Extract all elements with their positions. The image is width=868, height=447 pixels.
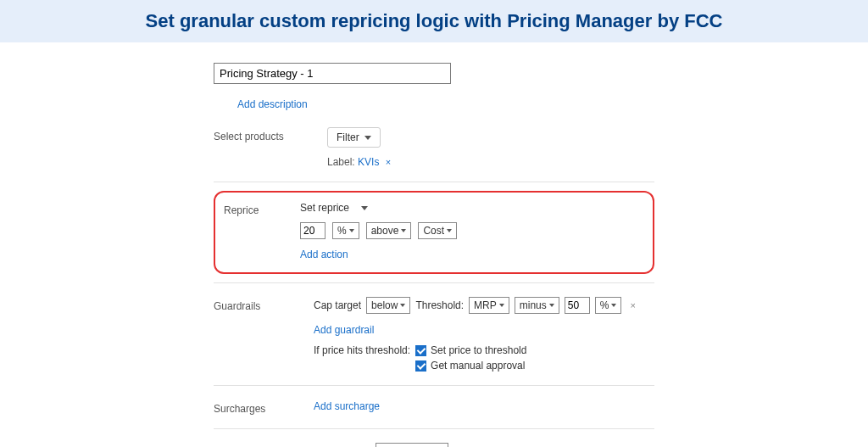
threshold-label: Threshold:: [415, 299, 464, 311]
guardrail-controls: Cap target below Threshold: MRP minus %: [314, 297, 636, 314]
manual-approval-label: Get manual approval: [431, 360, 525, 372]
threshold-op-select[interactable]: minus: [515, 297, 559, 314]
divider: [214, 282, 654, 283]
cap-target-label: Cap target: [314, 299, 361, 311]
threshold-unit-select[interactable]: %: [595, 297, 622, 314]
guardrails-label: Guardrails: [214, 297, 314, 312]
chevron-down-icon: [349, 229, 354, 232]
divider: [214, 385, 654, 386]
reprice-basis-value: Cost: [423, 225, 444, 237]
strategy-name-input[interactable]: [214, 63, 451, 84]
checkbox-checked-icon[interactable]: [415, 345, 426, 356]
reprice-unit-value: %: [337, 225, 347, 237]
chevron-down-icon: [611, 304, 616, 307]
add-description-link[interactable]: Add description: [237, 98, 308, 110]
set-reprice-dropdown[interactable]: Set reprice: [300, 202, 368, 214]
guardrails-row: Guardrails Cap target below Threshold: M…: [214, 292, 654, 377]
checkbox-checked-icon[interactable]: [415, 360, 426, 372]
add-action-link[interactable]: Add action: [300, 249, 348, 260]
round-type-select[interactable]: disabled: [376, 443, 448, 447]
divider: [214, 182, 654, 182]
filter-label-prefix: Label:: [327, 156, 355, 168]
divider: [214, 428, 654, 429]
reprice-value-input[interactable]: [300, 222, 326, 239]
threshold-unit-value: %: [600, 299, 609, 311]
filter-button-label: Filter: [337, 131, 359, 143]
reprice-direction-select[interactable]: above: [366, 222, 412, 239]
chevron-down-icon: [499, 304, 504, 307]
cap-target-select[interactable]: below: [366, 297, 410, 314]
surcharges-row: Surcharges Add surcharge: [214, 394, 654, 420]
add-guardrail-link[interactable]: Add guardrail: [314, 324, 654, 336]
threshold-basis-select[interactable]: MRP: [469, 297, 509, 314]
reprice-direction-value: above: [371, 225, 399, 237]
set-price-label: Set price to threshold: [431, 344, 526, 356]
reprice-label: Reprice: [224, 201, 300, 216]
cap-target-value: below: [371, 299, 398, 311]
filter-button[interactable]: Filter: [327, 127, 381, 148]
select-products-label: Select products: [214, 127, 314, 142]
set-reprice-label: Set reprice: [300, 202, 349, 214]
threshold-basis-value: MRP: [474, 299, 497, 311]
remove-filter-icon[interactable]: ×: [386, 157, 391, 167]
page-banner: Set granular custom repricing logic with…: [0, 0, 868, 42]
strategy-form: Add description Select products Filter L…: [214, 63, 654, 447]
reprice-highlight: Reprice Set reprice % above: [214, 191, 654, 274]
if-hits-label: If price hits threshold:: [314, 344, 410, 356]
chevron-down-icon: [361, 206, 368, 210]
filter-chip-row: Label: KVIs ×: [327, 156, 654, 168]
chevron-down-icon: [364, 136, 371, 140]
chevron-down-icon: [400, 304, 405, 307]
surcharges-label: Surcharges: [214, 400, 314, 415]
display-price-row: Display price Round type: disabled: [214, 438, 654, 447]
banner-title: Set granular custom repricing logic with…: [146, 10, 723, 31]
threshold-value-input[interactable]: [565, 297, 590, 314]
chevron-down-icon: [549, 304, 554, 307]
remove-guardrail-icon[interactable]: ×: [630, 300, 635, 310]
display-price-label: Display price: [214, 443, 314, 447]
manual-approval-checkbox-row[interactable]: Get manual approval: [415, 360, 526, 372]
filter-label-value[interactable]: KVIs: [358, 156, 379, 168]
reprice-unit-select[interactable]: %: [332, 222, 359, 239]
reprice-controls: % above Cost: [300, 222, 644, 239]
threshold-hit-row: If price hits threshold: Set price to th…: [314, 344, 654, 372]
chevron-down-icon: [447, 229, 452, 232]
select-products-row: Select products Filter Label: KVIs ×: [214, 122, 654, 173]
chevron-down-icon: [401, 229, 406, 232]
add-surcharge-link[interactable]: Add surcharge: [314, 400, 380, 412]
threshold-op-value: minus: [520, 299, 547, 311]
reprice-basis-select[interactable]: Cost: [418, 222, 457, 239]
set-price-checkbox-row[interactable]: Set price to threshold: [415, 344, 526, 356]
